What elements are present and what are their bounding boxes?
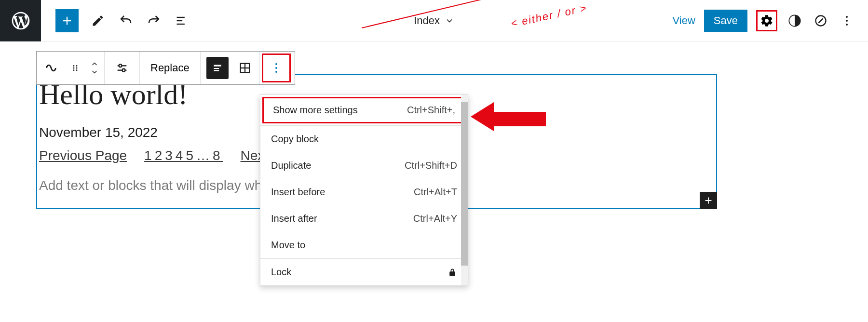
inline-add-button[interactable]: [700, 192, 717, 209]
save-button[interactable]: Save: [704, 10, 747, 32]
svg-point-12: [76, 69, 78, 71]
lock-icon: [448, 268, 457, 277]
replace-button[interactable]: Replace: [140, 54, 200, 82]
menu-label: Move to: [271, 240, 305, 251]
list-layout-icon[interactable]: [206, 57, 229, 79]
page-numbers[interactable]: 12345…8: [144, 148, 223, 163]
gear-icon: [760, 14, 773, 27]
menu-label: Insert after: [271, 213, 317, 224]
menu-shortcut: Ctrl+Shift+,: [407, 105, 455, 116]
vertical-dots-icon: [846, 16, 848, 26]
svg-point-14: [119, 64, 122, 67]
svg-rect-0: [177, 16, 185, 17]
menu-label: Insert before: [271, 187, 325, 198]
template-title: Index: [414, 14, 440, 27]
edit-icon[interactable]: [89, 12, 107, 29]
previous-page-link[interactable]: Previous Page: [39, 148, 127, 163]
more-options-button[interactable]: [838, 12, 855, 29]
menu-show-more-settings[interactable]: Show more settings Ctrl+Shift+,: [262, 97, 466, 123]
dropdown-scrollbar[interactable]: [461, 95, 468, 285]
block-more-options-button[interactable]: [262, 54, 291, 82]
settings-sliders-icon[interactable]: [105, 54, 139, 82]
svg-point-10: [76, 67, 78, 69]
svg-rect-2: [177, 23, 185, 24]
settings-button[interactable]: [756, 10, 777, 31]
menu-duplicate[interactable]: Duplicate Ctrl+Shift+D: [260, 152, 468, 179]
redo-icon[interactable]: [145, 12, 163, 29]
svg-rect-1: [177, 20, 183, 21]
toolbar-left: [55, 9, 190, 32]
top-bar: Index View Save: [0, 0, 868, 41]
menu-shortcut: Ctrl+Shift+D: [405, 160, 457, 171]
view-link[interactable]: View: [673, 14, 695, 27]
menu-label: Show more settings: [273, 105, 358, 116]
svg-rect-18: [214, 68, 219, 69]
help-icon[interactable]: [812, 12, 829, 29]
svg-rect-19: [214, 70, 219, 71]
query-loop-icon[interactable]: [37, 54, 66, 82]
template-selector[interactable]: Index: [414, 14, 454, 27]
grid-layout-icon[interactable]: [231, 54, 259, 82]
menu-lock[interactable]: Lock: [260, 259, 468, 285]
list-view-icon[interactable]: [173, 12, 190, 29]
svg-line-6: [818, 18, 823, 23]
undo-icon[interactable]: [117, 12, 135, 29]
svg-point-7: [73, 65, 75, 67]
menu-label: Duplicate: [271, 160, 311, 171]
menu-label: Copy block: [271, 134, 319, 145]
menu-shortcut: Ctrl+Alt+Y: [413, 213, 457, 224]
svg-point-16: [122, 69, 125, 72]
vertical-dots-icon: [275, 63, 277, 73]
chevron-down-icon: [445, 16, 454, 26]
menu-insert-before[interactable]: Insert before Ctrl+Alt+T: [260, 179, 468, 205]
svg-point-11: [73, 69, 75, 71]
menu-label: Lock: [271, 267, 291, 278]
menu-shortcut: Ctrl+Alt+T: [414, 187, 457, 198]
svg-rect-17: [214, 65, 221, 67]
styles-icon[interactable]: [786, 12, 803, 29]
block-options-dropdown: Show more settings Ctrl+Shift+, Copy blo…: [260, 94, 468, 286]
move-updown-button[interactable]: [85, 54, 104, 82]
menu-insert-after[interactable]: Insert after Ctrl+Alt+Y: [260, 205, 468, 232]
scrollbar-thumb[interactable]: [461, 102, 468, 266]
drag-handle-icon[interactable]: [66, 54, 85, 82]
svg-point-9: [73, 67, 75, 69]
plus-icon: [703, 195, 714, 206]
svg-point-8: [76, 65, 78, 67]
toolbar-right: View Save: [673, 10, 868, 32]
menu-copy-block[interactable]: Copy block: [260, 126, 468, 152]
add-block-button[interactable]: [55, 9, 79, 32]
block-toolbar: Replace: [36, 51, 295, 85]
menu-move-to[interactable]: Move to: [260, 232, 468, 258]
wordpress-logo[interactable]: [0, 0, 41, 41]
